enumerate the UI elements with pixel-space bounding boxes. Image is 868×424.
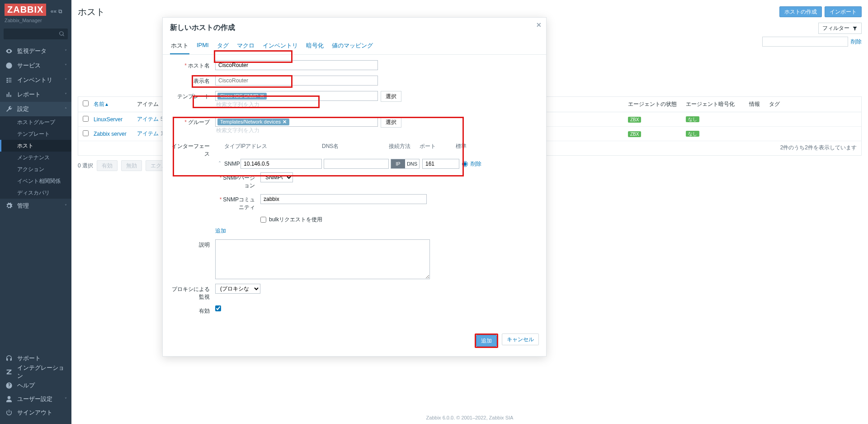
col-name-header[interactable]: 名前▴ <box>94 100 137 108</box>
templates-field[interactable]: Cisco IOS SNMP ✕ <box>215 91 378 101</box>
enabled-checkbox[interactable] <box>215 305 221 311</box>
remove-token-icon[interactable]: ✕ <box>283 119 287 125</box>
search-icon <box>59 31 65 37</box>
iface-col-port: ポート <box>420 143 456 150</box>
bulk-request-checkbox[interactable] <box>260 217 266 223</box>
subnav-item[interactable]: イベント相関関係 <box>0 175 71 187</box>
agent-enc-badge: なし <box>686 131 699 137</box>
row-checkbox[interactable] <box>83 130 89 136</box>
hostname-label: ホスト名 <box>188 62 210 69</box>
modal-title: 新しいホストの作成 ✕ <box>163 18 546 35</box>
iface-col-standard: 標準 <box>456 143 467 150</box>
nav-item-list[interactable]: インベントリ˅ <box>0 73 71 87</box>
modal-tab[interactable]: マクロ <box>236 38 255 54</box>
interface-label: インターフェース <box>172 143 210 157</box>
nav-bottom-user[interactable]: ユーザー設定˅ <box>0 392 71 406</box>
items-link[interactable]: アイテム <box>137 130 159 137</box>
nav-bottom-help[interactable]: ヘルプ <box>0 379 71 392</box>
visible-name-label: 表示名 <box>193 78 210 84</box>
iface-ip-input[interactable] <box>241 159 322 169</box>
select-all-checkbox[interactable] <box>83 100 89 106</box>
sidebar-popout-icon[interactable]: ⧉ <box>58 8 62 14</box>
snmp-version-label: SNMPバージョン <box>223 175 255 189</box>
modal-tab[interactable]: インベントリ <box>262 38 299 54</box>
col-tag-header: タグ <box>769 100 780 108</box>
page-footer: Zabbix 6.0.0. © 2001–2022, Zabbix SIA <box>71 415 868 420</box>
col-info-header: 情報 <box>749 100 760 108</box>
nav-bottom-z[interactable]: インテグレーション <box>0 365 71 379</box>
modal-tab[interactable]: 暗号化 <box>305 38 325 54</box>
subnav-item[interactable]: ディスカバリ <box>0 187 71 199</box>
host-name-link[interactable]: LinuxServer <box>94 116 123 123</box>
add-interface-link[interactable]: 追加 <box>215 227 539 235</box>
group-token[interactable]: Templates/Network devices ✕ <box>217 119 289 125</box>
host-name-link[interactable]: Zabbix server <box>94 131 127 137</box>
nav-item-wrench[interactable]: 設定˄ <box>0 102 71 116</box>
items-link[interactable]: アイテム <box>137 116 159 122</box>
top-remove-link[interactable]: 削除 <box>851 38 862 46</box>
groups-field[interactable]: Templates/Network devices ✕ <box>215 117 378 127</box>
subnav-item[interactable]: ホスト <box>0 140 71 152</box>
nav-bottom-headset[interactable]: サポート <box>0 352 71 365</box>
nav-item-clock[interactable]: サービス˅ <box>0 58 71 73</box>
agent-enc-badge: なし <box>686 116 699 122</box>
server-name: Zabbix_Manager <box>5 18 67 23</box>
snmp-version-select[interactable]: SNMPv2 <box>260 172 293 182</box>
nav-item-bar[interactable]: レポート˅ <box>0 87 71 102</box>
description-textarea[interactable] <box>215 239 430 279</box>
groups-label: グループ <box>188 119 210 125</box>
hostname-input[interactable] <box>215 60 378 70</box>
subnav-item[interactable]: テンプレート <box>0 128 71 140</box>
bulk-request-label: bulkリクエストを使用 <box>269 216 322 224</box>
sidebar-header: ZABBIX «« ⧉ Zabbix_Manager <box>0 0 71 25</box>
create-host-modal: 新しいホストの作成 ✕ ホストIPMIタグマクロインベントリ暗号化値のマッピング… <box>162 17 547 357</box>
modal-tab[interactable]: 値のマッピング <box>331 38 374 54</box>
proxy-select[interactable]: (プロキシなし) <box>215 284 260 294</box>
modal-tab[interactable]: タグ <box>216 38 230 54</box>
iface-default-radio[interactable] <box>462 161 468 167</box>
import-button[interactable]: インポート <box>825 6 862 17</box>
search-box[interactable] <box>4 29 68 39</box>
nav-item-gear[interactable]: 管理˅ <box>0 199 71 213</box>
visible-name-input[interactable] <box>215 76 378 86</box>
template-hint: 検索文字列を入力 <box>216 101 378 109</box>
iface-col-conn: 接続方法 <box>389 143 420 150</box>
modal-cancel-button[interactable]: キャンセル <box>502 333 539 345</box>
nav-item-eye[interactable]: 監視データ˅ <box>0 44 71 58</box>
nav-bottom-power[interactable]: サインアウト <box>0 406 71 419</box>
iface-port-input[interactable] <box>422 159 459 169</box>
snmp-community-label: SNMPコミュニティ <box>223 196 255 210</box>
subnav-item[interactable]: メンテナンス <box>0 152 71 163</box>
modal-add-button[interactable]: 追加 <box>476 335 497 347</box>
snmp-community-input[interactable] <box>260 194 427 204</box>
bulk-enable-button[interactable]: 有効 <box>97 160 118 171</box>
remove-token-icon[interactable]: ✕ <box>260 93 264 99</box>
subnav-item[interactable]: アクション <box>0 163 71 175</box>
templates-select-button[interactable]: 選択 <box>381 91 401 102</box>
close-icon[interactable]: ✕ <box>536 21 542 29</box>
iface-col-ip: IPアドレス <box>241 143 322 150</box>
iface-conn-dns-button[interactable]: DNS <box>405 159 419 168</box>
groups-select-button[interactable]: 選択 <box>381 117 401 128</box>
template-token[interactable]: Cisco IOS SNMP ✕ <box>217 93 267 100</box>
iface-collapse-icon[interactable]: ˄ <box>215 161 224 167</box>
enabled-label: 有効 <box>199 308 210 314</box>
modal-tab[interactable]: IPMI <box>196 38 210 54</box>
subnav-item[interactable]: ホストグループ <box>0 116 71 128</box>
iface-col-dns: DNS名 <box>322 143 389 150</box>
tag-filter-input[interactable] <box>762 37 848 47</box>
iface-remove-link[interactable]: 削除 <box>471 160 481 168</box>
page-title: ホスト <box>78 6 105 18</box>
col-agent-state-header: エージェントの状態 <box>628 100 677 108</box>
modal-tab[interactable]: ホスト <box>170 38 189 54</box>
logo[interactable]: ZABBIX <box>5 4 46 16</box>
bulk-disable-button[interactable]: 無効 <box>121 160 142 171</box>
sidebar-collapse-icon[interactable]: «« <box>51 8 57 14</box>
create-host-button[interactable]: ホストの作成 <box>779 6 822 17</box>
funnel-icon <box>852 26 858 31</box>
row-checkbox[interactable] <box>83 116 89 122</box>
filter-toggle[interactable]: フィルター <box>818 23 862 34</box>
agent-state-badge: ZBX <box>628 117 641 123</box>
iface-conn-ip-button[interactable]: IP <box>391 159 405 168</box>
iface-dns-input[interactable] <box>324 159 389 169</box>
